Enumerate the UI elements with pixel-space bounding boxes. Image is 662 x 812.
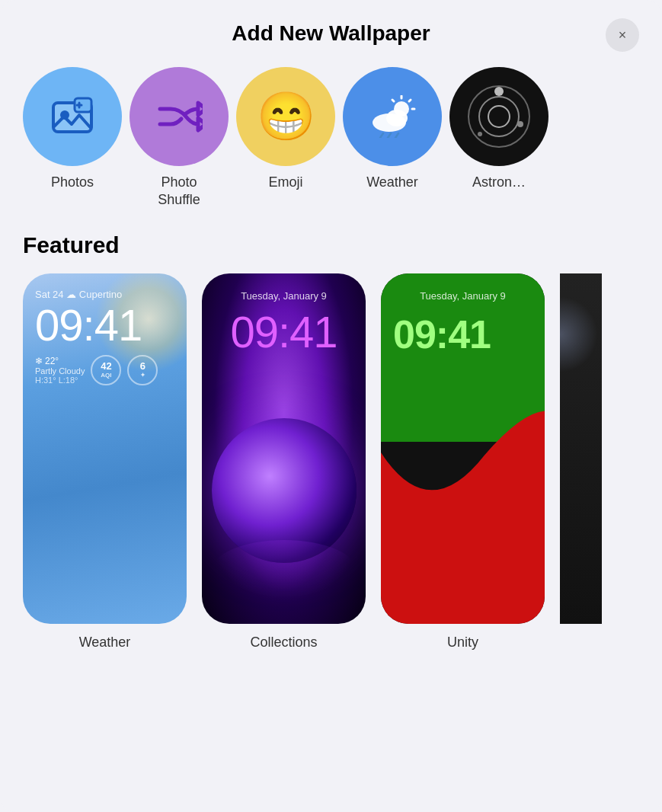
svg-point-16 [494, 87, 504, 96]
svg-point-18 [478, 132, 482, 136]
collections-date: Tuesday, January 9 [202, 290, 366, 302]
weather-widgets: ❄ 22° Partly Cloudy H:31° L:18° 42 AQI [35, 355, 174, 385]
weather-icon-circle [343, 67, 442, 166]
unity-wallpaper-label: Unity [447, 635, 478, 651]
unity-phone-preview: Tuesday, January 9 09:41 [381, 273, 545, 624]
category-astronomy[interactable]: Astron… [449, 67, 548, 209]
emoji-icon-circle: 😁 [236, 67, 335, 166]
collections-time: 09:41 [202, 310, 366, 354]
photo-shuffle-label: PhotoShuffle [158, 174, 200, 209]
unity-time: 09:41 [393, 315, 491, 354]
featured-unity[interactable]: Tuesday, January 9 09:41 Unity [381, 273, 545, 651]
modal-header: Add New Wallpaper × [0, 0, 662, 59]
category-weather[interactable]: Weather [343, 67, 442, 209]
photos-icon-circle [23, 67, 122, 166]
collections-phone-preview: Tuesday, January 9 09:41 [202, 273, 366, 624]
weather-date: Sat 24 ☁ Cupertino [35, 289, 122, 300]
featured-weather[interactable]: Sat 24 ☁ Cupertino 09:41 ❄ 22° Partly Cl… [23, 273, 187, 651]
collections-reflection [212, 540, 357, 601]
aqi-value: 42 [101, 361, 111, 372]
weather-label: Weather [366, 174, 418, 191]
svg-line-7 [392, 100, 394, 101]
partial-phone-preview [560, 273, 602, 624]
condition: Partly Cloudy [35, 366, 85, 376]
photos-label: Photos [51, 174, 94, 191]
weather-time: 09:41 [35, 303, 174, 347]
weather-phone-content: Sat 24 ☁ Cupertino 09:41 ❄ 22° Partly Cl… [23, 273, 187, 624]
weather-wallpaper-label: Weather [79, 635, 131, 651]
featured-partial[interactable] [560, 273, 602, 651]
categories-scroll: Photos PhotoShuffle 😁 Emoji [0, 67, 662, 209]
collections-wallpaper-label: Collections [250, 635, 317, 651]
svg-line-12 [395, 133, 398, 138]
star-badge: 6 ✦ [127, 355, 158, 385]
svg-line-6 [409, 100, 411, 101]
shuffle-icon-circle [130, 67, 229, 166]
temp-range: H:31° L:18° [35, 376, 85, 385]
featured-section: Featured Sat 24 ☁ Cupertino 09:41 [0, 225, 662, 812]
svg-point-14 [479, 97, 519, 136]
weather-phone-preview: Sat 24 ☁ Cupertino 09:41 ❄ 22° Partly Cl… [23, 273, 187, 624]
category-photos[interactable]: Photos [23, 67, 122, 209]
astronomy-label: Astron… [472, 174, 526, 191]
unity-date: Tuesday, January 9 [381, 290, 545, 302]
partial-glow [560, 296, 598, 372]
star-value: 6 [140, 361, 146, 372]
emoji-label: Emoji [268, 174, 302, 191]
featured-title: Featured [23, 232, 639, 258]
svg-point-17 [517, 121, 523, 127]
temp-info: ❄ 22° Partly Cloudy H:31° L:18° [35, 356, 85, 385]
category-emoji[interactable]: 😁 Emoji [236, 67, 335, 209]
svg-line-10 [380, 133, 383, 138]
add-wallpaper-modal: Add New Wallpaper × Photos [0, 0, 662, 812]
categories-section: Photos PhotoShuffle 😁 Emoji [0, 59, 662, 225]
close-icon: × [619, 27, 627, 43]
category-photo-shuffle[interactable]: PhotoShuffle [130, 67, 229, 209]
svg-point-9 [386, 110, 408, 126]
svg-line-11 [388, 133, 391, 138]
weather-date-row: Sat 24 ☁ Cupertino [35, 289, 174, 300]
close-button[interactable]: × [606, 18, 639, 52]
astro-icon-circle [449, 67, 548, 166]
featured-collections[interactable]: Tuesday, January 9 09:41 Collections [202, 273, 366, 651]
aqi-badge: 42 AQI [91, 355, 121, 385]
temp-value: 22° [45, 356, 59, 366]
featured-items-scroll: Sat 24 ☁ Cupertino 09:41 ❄ 22° Partly Cl… [23, 273, 639, 651]
modal-title: Add New Wallpaper [232, 21, 430, 46]
unity-red-wave [381, 379, 545, 624]
svg-point-15 [488, 106, 510, 127]
